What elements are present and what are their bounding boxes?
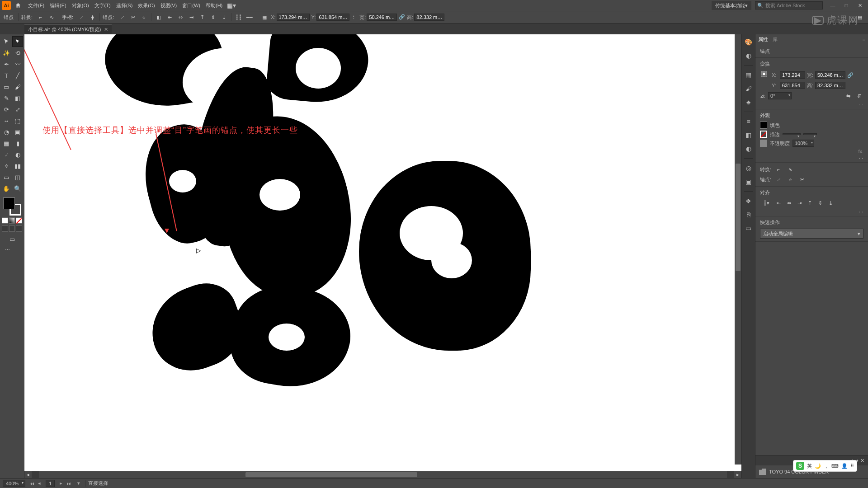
lasso-tool-icon[interactable]: ⟲ xyxy=(12,47,23,58)
align-top-icon[interactable]: ⤒ xyxy=(805,199,814,207)
pen-tool-icon[interactable]: ✒ xyxy=(1,59,12,70)
handle-show-icon[interactable]: ⟋ xyxy=(77,13,86,22)
scale-tool-icon[interactable]: ⤢ xyxy=(12,104,23,115)
gradient-tool-icon[interactable]: ▮ xyxy=(12,138,23,149)
align-bottom-icon[interactable]: ⤓ xyxy=(219,13,228,22)
rotate-input[interactable]: 0° xyxy=(768,92,792,99)
workspace-dropdown[interactable]: 传统基本功能 ▾ xyxy=(712,1,751,10)
align-bottom-icon[interactable]: ⤓ xyxy=(826,199,835,207)
ime-lang[interactable]: 英 xyxy=(807,463,812,469)
draw-inside-icon[interactable] xyxy=(16,225,22,232)
distribute-h-icon[interactable]: ┇┇ xyxy=(234,13,243,22)
selection-tool-icon[interactable] xyxy=(1,36,12,47)
arrange-docs-icon[interactable]: ▦▾ xyxy=(227,2,236,9)
align-vcenter-icon[interactable]: ⇕ xyxy=(816,199,825,207)
remove-anchor-icon[interactable]: ⟋ xyxy=(118,13,127,22)
vertical-scrollbar[interactable] xyxy=(735,34,741,465)
convert-corner-icon[interactable]: ⌐ xyxy=(36,13,45,22)
ime-comma-icon[interactable]: ， xyxy=(824,463,829,469)
zoom-dropdown[interactable]: 400% xyxy=(3,480,25,487)
brush-tool-icon[interactable]: 🖌 xyxy=(12,81,23,92)
more-options-icon[interactable]: … xyxy=(859,208,863,213)
convert-corner-icon[interactable]: ⌐ xyxy=(774,165,783,174)
fill-swatch[interactable] xyxy=(3,197,15,209)
h-input[interactable]: 高:82.332 m… xyxy=(807,82,845,89)
width-tool-icon[interactable]: ↔ xyxy=(1,115,12,126)
magic-wand-tool-icon[interactable]: ✨ xyxy=(1,47,12,58)
graphic-styles-panel-icon[interactable]: ▣ xyxy=(744,177,754,187)
screen-mode-icon[interactable]: ▭ xyxy=(7,234,18,244)
menu-help[interactable]: 帮助(H) xyxy=(203,0,225,11)
reference-point-icon[interactable] xyxy=(760,70,769,79)
gradient-mode-icon[interactable] xyxy=(9,217,15,224)
tab-properties[interactable]: 属性 xyxy=(758,36,768,43)
convert-smooth-icon[interactable]: ∿ xyxy=(786,165,795,174)
artboard-list-icon[interactable]: ▾ xyxy=(75,480,82,487)
w-input[interactable]: 宽:50.246 m… xyxy=(807,71,845,79)
mesh-tool-icon[interactable]: ▦ xyxy=(1,138,12,149)
cut-path-icon[interactable]: ✂ xyxy=(128,13,137,22)
align-hcenter-icon[interactable]: ⇔ xyxy=(784,199,793,207)
next-artboard-icon[interactable]: ▸ xyxy=(57,480,65,487)
color-guide-panel-icon[interactable]: ◐ xyxy=(744,51,754,61)
eraser-tool-icon[interactable]: ◧ xyxy=(12,93,23,103)
link-wh-icon[interactable]: 🔗 xyxy=(847,70,854,80)
ime-toolbar[interactable]: S 英 🌙 ， ⌨ 👤 ⠿ xyxy=(793,460,857,472)
x-field[interactable]: X: 173.294 m… xyxy=(271,14,309,21)
artboard-number[interactable]: 1 xyxy=(46,480,55,487)
artboards-panel-icon[interactable]: ▭ xyxy=(744,223,754,233)
more-options-icon[interactable]: … xyxy=(859,101,863,106)
layers-panel-icon[interactable]: ❖ xyxy=(744,196,754,206)
menu-file[interactable]: 文件(F) xyxy=(25,0,47,11)
shaper-tool-icon[interactable]: ✎ xyxy=(1,93,12,103)
symbol-sprayer-tool-icon[interactable]: ⟡ xyxy=(1,160,12,171)
isolate-icon[interactable]: ◧ xyxy=(154,13,163,22)
menu-object[interactable]: 对象(O) xyxy=(69,0,92,11)
align-left-icon[interactable]: ⇤ xyxy=(165,13,174,22)
flip-vertical-icon[interactable]: ⇵ xyxy=(854,92,863,100)
transparency-panel-icon[interactable]: ◐ xyxy=(744,144,754,154)
shape-builder-tool-icon[interactable]: ◔ xyxy=(1,127,12,137)
align-left-icon[interactable]: ⇤ xyxy=(774,199,783,207)
line-tool-icon[interactable]: ╱ xyxy=(12,70,23,81)
last-artboard-icon[interactable]: ⏭ xyxy=(65,480,72,487)
scroll-left-icon[interactable]: ◂ xyxy=(24,471,32,478)
zoom-tool-icon[interactable]: 🔍 xyxy=(12,183,23,194)
menu-view[interactable]: 视图(V) xyxy=(158,0,180,11)
global-edit-button[interactable]: 启动全局编辑 ▾ xyxy=(760,229,863,239)
direct-selection-tool-icon[interactable] xyxy=(12,36,23,47)
maximize-icon[interactable]: □ xyxy=(840,1,853,9)
draw-normal-icon[interactable] xyxy=(2,225,8,232)
minimize-icon[interactable]: — xyxy=(826,1,839,9)
swatches-panel-icon[interactable]: ▦ xyxy=(744,70,754,80)
first-artboard-icon[interactable]: ⏮ xyxy=(28,480,35,487)
stroke-weight-input[interactable] xyxy=(783,133,801,135)
scroll-right-icon[interactable]: ▸ xyxy=(734,471,741,478)
menu-type[interactable]: 文字(T) xyxy=(92,0,113,11)
connect-anchor-icon[interactable]: ⟐ xyxy=(139,13,148,22)
y-input[interactable]: Y:631.854 xyxy=(772,82,805,89)
rectangle-tool-icon[interactable]: ▭ xyxy=(1,81,12,92)
horizontal-scrollbar[interactable]: ◂ ▸ xyxy=(24,471,741,478)
free-transform-tool-icon[interactable]: ⬚ xyxy=(12,115,23,126)
home-icon[interactable] xyxy=(14,1,23,10)
align-right-icon[interactable]: ⇥ xyxy=(795,199,804,207)
w-field[interactable]: 宽: 50.246 m… xyxy=(359,14,397,21)
draw-behind-icon[interactable] xyxy=(9,225,15,232)
flip-horizontal-icon[interactable]: ⇋ xyxy=(844,92,853,100)
align-right-icon[interactable]: ⇥ xyxy=(187,13,196,22)
remove-anchor-icon[interactable]: ⟋ xyxy=(774,175,783,183)
h-field[interactable]: 高: 82.332 m… xyxy=(407,14,444,21)
align-top-icon[interactable]: ⤒ xyxy=(198,13,207,22)
tab-libraries[interactable]: 库 xyxy=(773,36,778,43)
perspective-tool-icon[interactable]: ▣ xyxy=(12,127,23,137)
prev-artboard-icon[interactable]: ◂ xyxy=(36,480,43,487)
ime-keyboard-icon[interactable]: ⌨ xyxy=(831,463,839,469)
fill-swatch[interactable] xyxy=(760,122,767,129)
link-wh-icon[interactable]: 🔗 xyxy=(399,14,405,20)
gradient-panel-icon[interactable]: ◧ xyxy=(744,130,754,140)
curvature-tool-icon[interactable]: 〰 xyxy=(12,59,23,70)
symbols-panel-icon[interactable]: ♣ xyxy=(744,97,754,107)
menu-select[interactable]: 选择(S) xyxy=(113,0,136,11)
edit-toolbar-icon[interactable]: ⋯ xyxy=(2,247,13,253)
